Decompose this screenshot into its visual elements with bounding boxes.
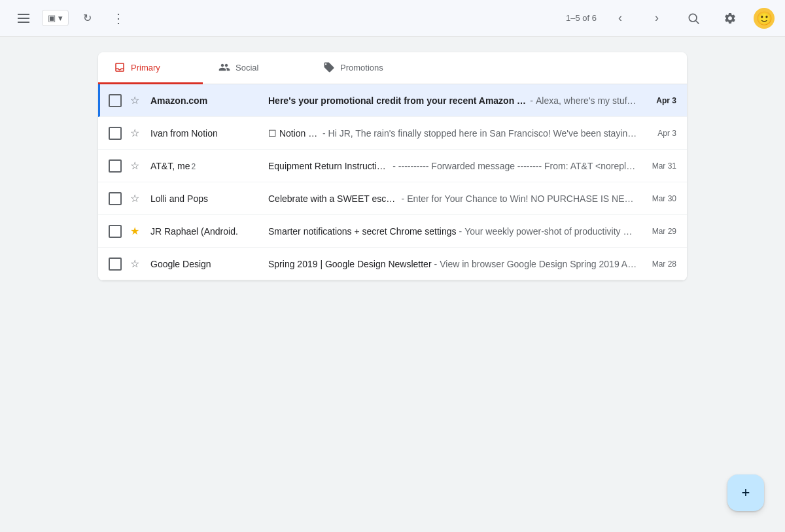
email-checkbox[interactable] — [109, 94, 122, 107]
inbox-container: Primary Social Promotions ☆Amazon.comHer… — [98, 52, 687, 280]
email-body: Equipment Return Instructions - --------… — [268, 161, 637, 171]
settings-button[interactable] — [717, 5, 743, 31]
email-star[interactable]: ★ — [127, 224, 143, 239]
email-snippet: Hi JR, The rain's finally stopped here i… — [328, 128, 637, 139]
compose-button[interactable]: + — [727, 474, 764, 511]
inbox-icon — [114, 61, 126, 73]
avatar-emoji: 🙂 — [756, 10, 773, 26]
email-row[interactable]: ☆Amazon.comHere's your promotional credi… — [98, 84, 687, 117]
email-sender: Google Design — [150, 259, 268, 269]
tab-social-label: Social — [236, 63, 258, 73]
email-body: Smarter notifications + secret Chrome se… — [268, 226, 637, 237]
email-sender: Amazon.com — [150, 95, 268, 106]
email-body: ☐ Notion 2.4 - Hi JR, The rain's finally… — [268, 128, 637, 139]
email-separator: - — [402, 193, 405, 204]
email-body: Here's your promotional credit from your… — [268, 95, 637, 106]
more-options-button[interactable]: ⋮ — [105, 5, 131, 31]
email-subject: ☐ Notion 2.4 — [268, 128, 320, 139]
email-date: Mar 31 — [637, 161, 676, 171]
tab-switcher-icon: ▣ — [48, 13, 56, 23]
email-row[interactable]: ☆AT&T, me2Equipment Return Instructions … — [98, 150, 687, 182]
email-body: Celebrate with a SWEET escape! - Enter f… — [268, 193, 637, 204]
email-sender: JR Raphael (Android. — [150, 226, 268, 237]
email-snippet: Your weekly power-shot of productivity … — [464, 226, 632, 237]
svg-point-0 — [689, 14, 697, 22]
email-snippet: View in browser Google Design Spring 201… — [440, 259, 637, 269]
tab-switcher-arrow: ▾ — [58, 13, 63, 23]
email-list: ☆Amazon.comHere's your promotional credi… — [98, 84, 687, 280]
email-checkbox[interactable] — [109, 127, 122, 140]
email-separator: - — [323, 128, 326, 139]
tab-social[interactable]: Social — [203, 52, 307, 84]
tab-promotions-label: Promotions — [340, 63, 383, 73]
compose-icon: + — [742, 484, 750, 501]
email-subject: Celebrate with a SWEET escape! — [268, 193, 399, 204]
email-row[interactable]: ☆Lolli and PopsCelebrate with a SWEET es… — [98, 182, 687, 215]
pagination-info: 1–5 of 6 — [566, 13, 597, 23]
search-button[interactable] — [680, 5, 706, 31]
more-options-icon: ⋮ — [112, 10, 126, 26]
toolbar-right: 1–5 of 6 ‹ › 🙂 — [566, 5, 775, 31]
email-date: Apr 3 — [637, 129, 676, 138]
email-separator: - — [530, 95, 533, 106]
email-snippet: ---------- Forwarded message -------- Fr… — [398, 161, 637, 171]
email-subject: Spring 2019 | Google Design Newsletter — [268, 259, 432, 269]
email-subject: Here's your promotional credit from your… — [268, 95, 527, 106]
email-row[interactable]: ☆Google DesignSpring 2019 | Google Desig… — [98, 248, 687, 280]
email-date: Mar 28 — [637, 259, 676, 269]
email-row[interactable]: ☆Ivan from Notion☐ Notion 2.4 - Hi JR, T… — [98, 117, 687, 150]
tag-icon — [323, 61, 335, 73]
tab-promotions[interactable]: Promotions — [307, 52, 412, 84]
email-separator: - — [392, 161, 396, 171]
refresh-icon: ↻ — [83, 12, 92, 24]
email-body: Spring 2019 | Google Design Newsletter -… — [268, 259, 637, 269]
email-date: Mar 29 — [637, 227, 676, 236]
tab-primary[interactable]: Primary — [98, 52, 203, 84]
menu-button[interactable] — [10, 5, 37, 31]
email-date: Apr 3 — [637, 96, 676, 105]
email-checkbox[interactable] — [109, 225, 122, 238]
email-subject: Equipment Return Instructions — [268, 161, 390, 171]
pagination-prev-button[interactable]: ‹ — [607, 5, 633, 31]
email-checkbox[interactable] — [109, 192, 122, 205]
toolbar: ▣ ▾ ↻ ⋮ 1–5 of 6 ‹ › 🙂 — [0, 0, 785, 37]
email-star[interactable]: ☆ — [127, 158, 143, 174]
email-checkbox[interactable] — [109, 159, 122, 173]
tab-primary-label: Primary — [131, 63, 160, 73]
tab-switcher-button[interactable]: ▣ ▾ — [42, 10, 69, 26]
email-snippet: Enter for Your Chance to Win! NO PURCHAS… — [407, 193, 637, 204]
svg-line-1 — [696, 20, 699, 24]
tabs: Primary Social Promotions — [98, 52, 687, 84]
avatar[interactable]: 🙂 — [754, 8, 775, 29]
email-checkbox[interactable] — [109, 258, 122, 271]
sender-count: 2 — [191, 162, 196, 171]
next-icon: › — [655, 11, 659, 25]
email-date: Mar 30 — [637, 194, 676, 203]
search-icon — [687, 12, 700, 25]
email-star[interactable]: ☆ — [127, 125, 143, 141]
email-sender: Lolli and Pops — [150, 193, 268, 204]
hamburger-icon — [15, 11, 32, 25]
email-star[interactable]: ☆ — [127, 191, 143, 207]
email-separator: - — [459, 226, 462, 237]
email-row[interactable]: ★JR Raphael (Android.Smarter notificatio… — [98, 215, 687, 248]
email-subject: Smarter notifications + secret Chrome se… — [268, 226, 457, 237]
people-icon — [218, 61, 230, 73]
email-sender: Ivan from Notion — [150, 128, 268, 139]
refresh-button[interactable]: ↻ — [74, 5, 100, 31]
gear-icon — [724, 12, 737, 25]
email-snippet: Alexa, where's my stuff?... — [536, 95, 637, 106]
email-star[interactable]: ☆ — [127, 256, 143, 272]
pagination-next-button[interactable]: › — [644, 5, 670, 31]
email-separator: - — [434, 259, 438, 269]
prev-icon: ‹ — [618, 11, 622, 25]
email-star[interactable]: ☆ — [127, 93, 143, 108]
toolbar-left: ▣ ▾ ↻ ⋮ — [10, 5, 131, 31]
email-sender: AT&T, me2 — [150, 161, 268, 171]
